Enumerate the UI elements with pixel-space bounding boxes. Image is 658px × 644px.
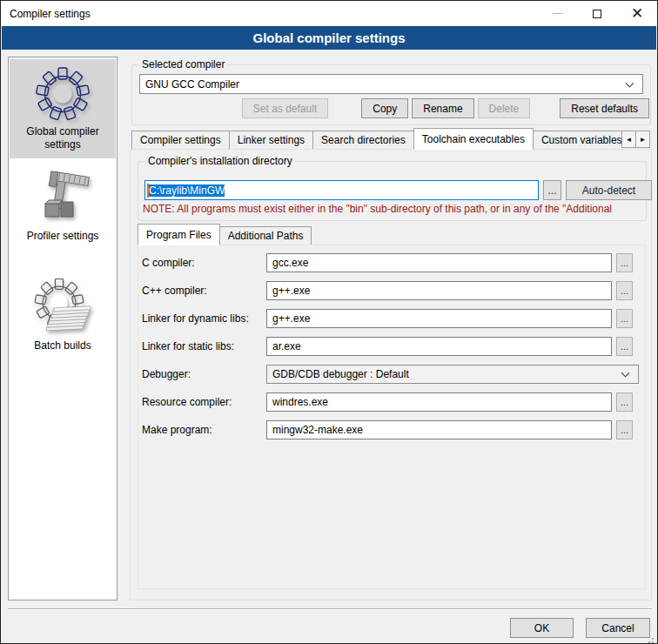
program-files-fields: C compiler:...C++ compiler:...Linker for…	[142, 253, 645, 439]
c-compiler-input[interactable]	[266, 253, 612, 272]
reset-defaults-button[interactable]: Reset defaults	[560, 98, 649, 118]
resource-compiler-input[interactable]	[266, 392, 612, 412]
ok-label: OK	[534, 622, 549, 634]
sidebar-item-batch-builds[interactable]: Batch builds	[10, 273, 116, 364]
make-program-input[interactable]	[266, 420, 612, 439]
tab-linker-settings[interactable]: Linker settings	[229, 131, 313, 150]
tab-scroll-left-button[interactable]: ◄	[621, 131, 636, 148]
field-row-c-compiler: C compiler:...	[142, 253, 645, 272]
close-icon: ✕	[631, 10, 643, 18]
select-value: GDB/CDB debugger : Default	[267, 368, 622, 380]
directory-browse-button[interactable]: ...	[543, 180, 561, 200]
window-controls: ✕	[537, 1, 657, 26]
minimize-icon	[553, 13, 562, 14]
bin-subdirectory-note: NOTE: All programs must exist either in …	[143, 203, 648, 215]
toolchain-executables-panel: Compiler's installation directory C:\ray…	[130, 149, 652, 600]
field-row-debugger: Debugger:GDB/CDB debugger : Default	[142, 365, 645, 384]
c-compiler-browse-button[interactable]: ...	[616, 281, 633, 300]
arrow-left-icon: ◄	[626, 136, 633, 144]
ok-button[interactable]: OK	[510, 618, 574, 638]
field-row-resource-compiler: Resource compiler:...	[142, 392, 645, 412]
chevron-down-icon	[626, 78, 634, 87]
sidebar-item-label: Batch builds	[10, 339, 116, 352]
page-title: Global compiler settings	[252, 30, 405, 45]
installation-directory-value: C:\raylib\MinGW	[149, 184, 225, 197]
tab-scroll-right-button[interactable]: ►	[635, 131, 650, 148]
settings-tabstrip: Compiler settingsLinker settingsSearch d…	[131, 128, 622, 150]
arrow-right-icon: ►	[640, 136, 647, 144]
field-row-make-program: Make program:...	[142, 420, 645, 439]
cancel-button[interactable]: Cancel	[586, 618, 650, 638]
copy-button[interactable]: Copy	[361, 98, 408, 118]
c-compiler-input[interactable]	[266, 281, 612, 300]
tab-compiler-settings[interactable]: Compiler settings	[131, 131, 230, 150]
sidebar-item-label: Global compiler settings	[10, 125, 116, 151]
tab-custom-variables[interactable]: Custom variables	[533, 131, 622, 150]
footer-divider	[8, 608, 652, 610]
blue-gear-icon	[33, 64, 92, 124]
set-as-default-button: Set as default	[242, 98, 328, 118]
tab-additional-paths[interactable]: Additional Paths	[219, 226, 312, 245]
selected-compiler-legend: Selected compiler	[139, 58, 227, 70]
field-label: C++ compiler:	[142, 285, 266, 297]
compiler-select-value: GNU GCC Compiler	[140, 78, 627, 91]
maximize-icon	[593, 10, 601, 18]
browse-ellipsis-label: ...	[547, 184, 556, 197]
field-label: Debugger:	[142, 368, 266, 380]
field-row-linker-for-dynamic-libs: Linker for dynamic libs:...	[142, 309, 645, 328]
field-row-c-compiler: C++ compiler:...	[142, 281, 645, 300]
field-row-linker-for-static-libs: Linker for static libs:...	[142, 337, 645, 356]
caliper-icon	[33, 169, 92, 228]
field-label: Resource compiler:	[142, 396, 266, 408]
make-program-browse-button[interactable]: ...	[616, 420, 633, 439]
delete-button: Delete	[478, 98, 531, 118]
tab-toolchain-executables[interactable]: Toolchain executables	[413, 128, 534, 150]
sidebar-item-profiler-settings[interactable]: Profiler settings	[10, 164, 116, 254]
gray-gear-stack-icon	[33, 278, 92, 338]
minimize-button	[537, 1, 577, 26]
auto-detect-button[interactable]: Auto-detect	[566, 180, 652, 200]
debugger-select[interactable]: GDB/CDB debugger : Default	[266, 365, 639, 384]
resize-grip[interactable]	[652, 638, 654, 640]
rename-button[interactable]: Rename	[412, 98, 473, 118]
program-files-tabstrip: Program FilesAdditional Paths	[138, 225, 312, 245]
compiler-buttons-row: Set as defaultCopyRenameDeleteReset defa…	[132, 98, 649, 118]
field-label: C compiler:	[142, 257, 266, 269]
tab-search-directories[interactable]: Search directories	[312, 131, 414, 150]
field-label: Make program:	[142, 424, 266, 436]
linker-for-dynamic-libs-input[interactable]	[266, 309, 612, 328]
linker-for-dynamic-libs-browse-button[interactable]: ...	[616, 309, 633, 328]
compiler-settings-dialog: Compiler settings ✕ Global compiler sett…	[0, 0, 658, 644]
linker-for-static-libs-input[interactable]	[266, 337, 612, 356]
sidebar-item-label: Profiler settings	[10, 230, 116, 243]
tab-scroll-arrows: ◄ ►	[622, 131, 650, 148]
field-label: Linker for static libs:	[142, 340, 266, 352]
selected-compiler-group: Selected compiler GNU GCC Compiler Set a…	[131, 58, 651, 125]
installation-directory-input[interactable]: C:\raylib\MinGW	[144, 180, 539, 200]
linker-for-static-libs-browse-button[interactable]: ...	[616, 337, 633, 356]
close-button[interactable]: ✕	[617, 1, 657, 26]
resource-compiler-browse-button[interactable]: ...	[616, 392, 633, 412]
sidebar: Global compiler settingsProfiler setting…	[8, 57, 118, 600]
sidebar-item-global-compiler-settings[interactable]: Global compiler settings	[10, 59, 116, 158]
window-title: Compiler settings	[10, 8, 91, 20]
tab-program-files[interactable]: Program Files	[138, 224, 220, 245]
dialog-header: Global compiler settings	[2, 26, 656, 50]
c-compiler-browse-button[interactable]: ...	[616, 253, 633, 272]
field-label: Linker for dynamic libs:	[142, 312, 266, 325]
chevron-down-icon	[621, 369, 630, 378]
titlebar: Compiler settings ✕	[1, 1, 657, 26]
installation-directory-legend: Compiler's installation directory	[145, 155, 295, 167]
compiler-select[interactable]: GNU GCC Compiler	[139, 74, 643, 94]
program-files-panel: C compiler:...C++ compiler:...Linker for…	[138, 245, 646, 589]
cancel-label: Cancel	[601, 622, 634, 634]
maximize-button[interactable]	[577, 1, 617, 26]
auto-detect-label: Auto-detect	[582, 184, 635, 197]
